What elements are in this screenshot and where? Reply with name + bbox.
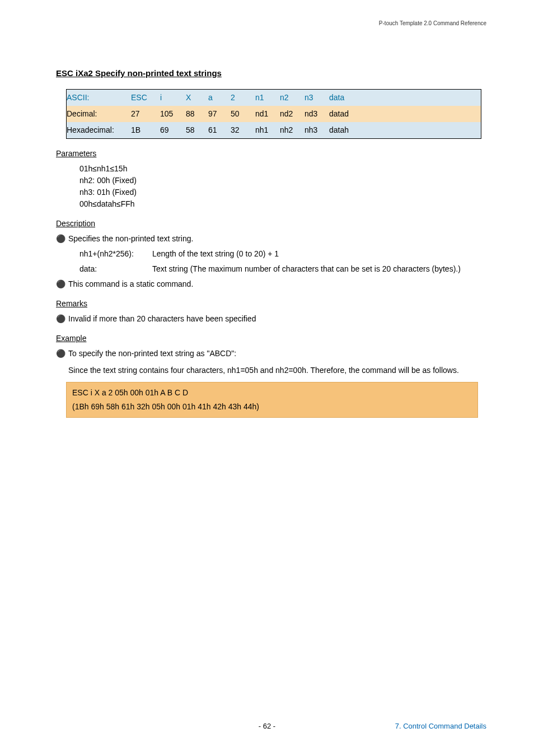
cell: 27 — [131, 106, 160, 122]
cell: 61 — [208, 122, 231, 138]
cell: n1 — [255, 90, 280, 106]
footer-section: 7. Control Command Details — [395, 721, 486, 732]
cell: 1B — [131, 122, 160, 138]
param-line: 01h≤nh1≤15h — [79, 163, 486, 175]
cell: n2 — [280, 90, 305, 106]
bullet-text: To specify the non-printed text string a… — [68, 348, 486, 378]
content: ESC iXa2 Specify non-printed text string… — [56, 67, 486, 418]
param-line: nh2: 00h (Fixed) — [79, 175, 486, 186]
section-heading-parameters: Parameters — [56, 148, 486, 160]
def-val: Length of the text string (0 to 20) + 1 — [152, 248, 486, 260]
def-key: nh1+(nh2*256): — [79, 248, 147, 260]
cell: ESC — [131, 90, 160, 106]
cell: datah — [329, 122, 363, 138]
cell: nh2 — [280, 122, 305, 138]
code-line: ESC i X a 2 05h 00h 01h A B C D — [72, 386, 472, 400]
cell: 50 — [231, 106, 255, 122]
cell-label: Hexadecimal: — [67, 122, 131, 138]
bullet-icon: ⚫ — [56, 233, 68, 245]
cell: n3 — [305, 90, 329, 106]
table-row: Decimal: 27 105 88 97 50 nd1 nd2 nd3 dat… — [67, 106, 481, 122]
cell: nd2 — [280, 106, 305, 122]
ascii-table: ASCII: ESC i X a 2 n1 n2 n3 data Decimal… — [66, 89, 481, 139]
bullet-text: This command is a static command. — [68, 278, 486, 290]
def-val: Text string (The maximum number of chara… — [152, 263, 486, 275]
code-example-box: ESC i X a 2 05h 00h 01h A B C D (1Bh 69h… — [66, 382, 478, 418]
bullet-item: ⚫ This command is a static command. — [56, 278, 486, 290]
table-row: ASCII: ESC i X a 2 n1 n2 n3 data — [67, 90, 481, 106]
cell: 2 — [231, 90, 255, 106]
bullet-text: Specifies the non-printed text string. — [68, 233, 486, 245]
bullet-text: Invalid if more than 20 characters have … — [68, 313, 486, 325]
bullet-lead: To specify the non-printed text string a… — [68, 349, 236, 358]
cell-label: Decimal: — [67, 106, 131, 122]
bullet-icon: ⚫ — [56, 278, 68, 290]
cell-label: ASCII: — [67, 90, 131, 106]
cell: 97 — [208, 106, 231, 122]
example-paragraph: Since the text string contains four char… — [68, 363, 486, 378]
cell: 58 — [186, 122, 208, 138]
table-row: Hexadecimal: 1B 69 58 61 32 nh1 nh2 nh3 … — [67, 122, 481, 138]
def-key: data: — [79, 263, 147, 275]
cell: 105 — [160, 106, 186, 122]
cell: nd1 — [255, 106, 280, 122]
cell: nh1 — [255, 122, 280, 138]
code-line: (1Bh 69h 58h 61h 32h 05h 00h 01h 41h 42h… — [72, 400, 472, 414]
cell: nd3 — [305, 106, 329, 122]
cell: X — [186, 90, 208, 106]
cell: data — [329, 90, 363, 106]
cell: a — [208, 90, 231, 106]
section-heading-example: Example — [56, 333, 486, 344]
definition-list: nh1+(nh2*256): Length of the text string… — [79, 248, 486, 275]
header-doc-ref: P-touch Template 2.0 Command Reference — [379, 19, 486, 27]
bullet-icon: ⚫ — [56, 348, 68, 378]
param-line: nh3: 01h (Fixed) — [79, 186, 486, 198]
cell: datad — [329, 106, 363, 122]
cell: 69 — [160, 122, 186, 138]
section-heading-remarks: Remarks — [56, 298, 486, 310]
bullet-icon: ⚫ — [56, 313, 68, 325]
bullet-item: ⚫ To specify the non-printed text string… — [56, 348, 486, 378]
param-line: 00h≤datah≤FFh — [79, 198, 486, 210]
page-title: ESC iXa2 Specify non-printed text string… — [56, 67, 486, 80]
cell: 32 — [231, 122, 255, 138]
cell: nh3 — [305, 122, 329, 138]
bullet-item: ⚫ Invalid if more than 20 characters hav… — [56, 313, 486, 325]
page: P-touch Template 2.0 Command Reference E… — [0, 0, 534, 756]
cell: 88 — [186, 106, 208, 122]
cell: i — [160, 90, 186, 106]
section-heading-description: Description — [56, 218, 486, 230]
bullet-item: ⚫ Specifies the non-printed text string. — [56, 233, 486, 245]
